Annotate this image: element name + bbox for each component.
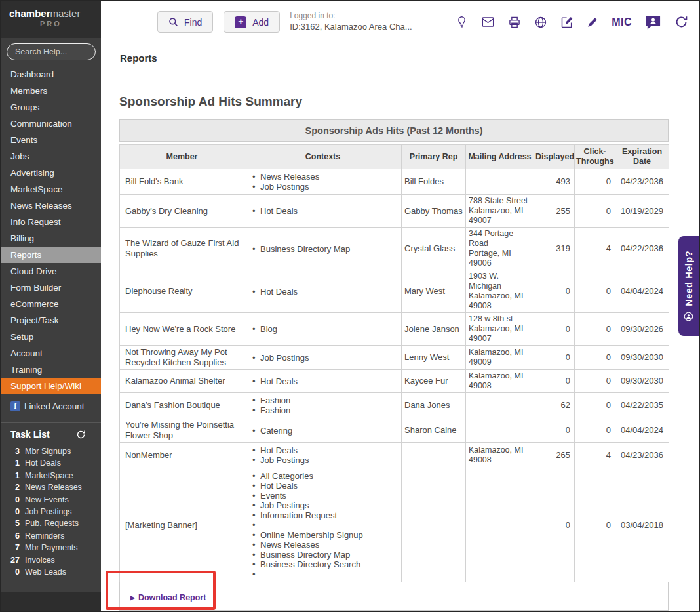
sidebar-item-events[interactable]: Events [1, 132, 101, 148]
task-list-item[interactable]: 1Hot Deals [1, 457, 101, 469]
printer-icon[interactable] [508, 16, 521, 29]
globe-icon[interactable] [534, 16, 547, 29]
task-label: Hot Deals [25, 457, 61, 469]
table-row: NonMemberHot DealsJob PostingsKalamazoo,… [120, 443, 669, 468]
sidebar-item-members[interactable]: Members [1, 83, 101, 99]
column-header: Displayed [534, 145, 575, 169]
task-label: News Releases [25, 481, 82, 493]
find-button[interactable]: Find [157, 11, 213, 33]
sidebar-item-project-task[interactable]: Project/Task [1, 312, 101, 329]
member-cell: [Marketing Banner] [120, 468, 244, 582]
lightbulb-icon[interactable] [456, 15, 468, 29]
page-title: Reports [120, 52, 157, 64]
sidebar-item-label: Linked Account [24, 398, 85, 415]
task-list-item[interactable]: 5Pub. Requests [1, 518, 101, 529]
displayed-cell: 255 [534, 195, 575, 228]
sidebar-item-support-help-wiki[interactable]: Support Help/Wiki [1, 378, 101, 394]
member-cell: You're Missing the Poinsettia Flower Sho… [120, 418, 244, 443]
mic-menu[interactable]: MIC [612, 16, 632, 28]
sidebar-item-linked-account[interactable]: fLinked Account [1, 398, 101, 415]
column-header: Click-Throughs [575, 145, 615, 169]
sidebar-search [1, 38, 101, 63]
context-item: Hot Deals [252, 377, 399, 386]
contexts-cell: Hot Deals [244, 195, 402, 228]
refresh-icon[interactable] [674, 15, 688, 29]
mailing-address-cell [466, 393, 534, 418]
sidebar-item-cloud-drive[interactable]: Cloud Drive [1, 263, 101, 279]
task-list-item[interactable]: 6Reminders [1, 530, 101, 542]
task-count: 0 [1, 566, 20, 578]
expiration-date-cell: 04/22/2036 [615, 228, 669, 270]
task-list-item[interactable]: 0New Events [1, 494, 101, 506]
download-report-link[interactable]: ▶ Download Report [130, 593, 206, 602]
task-list-item[interactable]: 2News Releases [1, 481, 101, 493]
search-help-input[interactable] [7, 43, 96, 60]
task-list-item[interactable]: 0Web Leads [1, 566, 101, 578]
task-list-item[interactable]: 7Mbr Payments [1, 542, 101, 554]
add-button[interactable]: + Add [224, 11, 280, 33]
sidebar-item-jobs[interactable]: Jobs [1, 148, 101, 165]
task-list-refresh-icon[interactable] [76, 430, 86, 439]
sidebar-item-news-releases[interactable]: News Releases [1, 197, 101, 214]
sidebar-item-reports[interactable]: Reports [1, 247, 101, 263]
context-item: Events [252, 491, 399, 500]
sidebar-item-marketspace[interactable]: MarketSpace [1, 181, 101, 197]
context-item: Catering [252, 426, 399, 436]
context-item: Blog [252, 324, 399, 334]
sidebar-item-ecommerce[interactable]: eCommerce [1, 296, 101, 312]
report-table-header-row: MemberContextsPrimary RepMailing Address… [120, 145, 669, 169]
displayed-cell: 0 [534, 468, 575, 582]
sidebar-item-groups[interactable]: Groups [1, 99, 101, 115]
sidebar-item-training[interactable]: Training [1, 361, 101, 378]
task-list-item[interactable]: 1MarketSpace [1, 470, 101, 481]
sidebar-item-account[interactable]: Account [1, 345, 101, 361]
sidebar-item-label: Cloud Drive [10, 266, 57, 276]
primary-rep-cell: Mary West [402, 270, 466, 313]
contexts-cell: Hot Deals [244, 370, 402, 393]
task-label: Pub. Requests [25, 518, 79, 529]
member-cell: Bill Fold's Bank [120, 169, 244, 195]
expiration-date-cell: 09/30/2030 [615, 346, 669, 370]
mailing-address-cell: 788 State StreetKalamazoo, MI49007 [466, 195, 534, 228]
displayed-cell: 493 [534, 169, 575, 195]
task-list-item[interactable]: 27Invoices [1, 554, 101, 566]
add-label: Add [252, 17, 269, 28]
column-header: Expiration Date [615, 145, 669, 169]
context-item [252, 520, 399, 530]
primary-rep-cell: Crystal Glass [402, 228, 466, 270]
task-label: Mbr Signups [25, 445, 71, 457]
sidebar-item-info-request[interactable]: Info Request [1, 214, 101, 230]
sidebar-item-dashboard[interactable]: Dashboard [1, 66, 101, 83]
task-count: 1 [1, 470, 20, 481]
sidebar-item-label: Billing [10, 234, 34, 243]
task-list-item[interactable]: 3Mbr Signups [1, 445, 101, 457]
primary-rep-cell [402, 468, 466, 582]
chat-person-icon[interactable] [645, 14, 661, 30]
task-list-item[interactable]: 0Job Postings [1, 506, 101, 518]
need-help-tab[interactable]: Need Help? [678, 236, 699, 336]
member-cell: Hey Now We're a Rock Store [120, 313, 244, 346]
sidebar-item-label: Events [10, 135, 37, 145]
mailing-address-cell: Kalamazoo, MI49008 [466, 370, 534, 393]
task-label: Invoices [25, 554, 55, 566]
main-area: Find + Add Logged in to: ID:3162, Kalama… [101, 1, 699, 611]
sidebar-item-form-builder[interactable]: Form Builder [1, 279, 101, 296]
context-item: Job Postings [252, 182, 399, 192]
sidebar-item-advertising[interactable]: Advertising [1, 165, 101, 181]
member-cell: Dana's Fashion Boutique [120, 393, 244, 418]
envelope-icon[interactable] [481, 16, 495, 28]
mailing-address-cell [466, 468, 534, 582]
sidebar-item-communication[interactable]: Communication [1, 115, 101, 132]
app-window: chambermaster PRO DashboardMembersGroups… [0, 0, 700, 612]
table-row: Gabby's Dry CleaningHot DealsGabby Thoma… [120, 195, 669, 228]
pencil-icon[interactable] [587, 16, 598, 28]
mailing-address-cell: 1903 W.MichiganKalamazoo, MI49008 [466, 270, 534, 313]
sidebar-item-billing[interactable]: Billing [1, 230, 101, 247]
sidebar-item-label: Info Request [10, 217, 61, 227]
displayed-cell: 265 [534, 443, 575, 468]
task-count: 7 [1, 542, 20, 554]
find-label: Find [184, 17, 202, 28]
edit-note-icon[interactable] [560, 16, 574, 29]
table-row: Bill Fold's BankNews ReleasesJob Posting… [120, 169, 669, 195]
sidebar-item-setup[interactable]: Setup [1, 329, 101, 345]
